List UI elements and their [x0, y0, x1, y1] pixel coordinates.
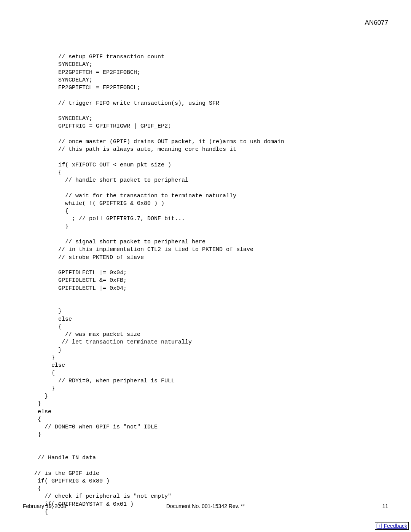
document-footer: February 19, 2008 Document No. 001-15342… [23, 503, 388, 509]
document-header: AN6077 [23, 19, 388, 27]
page-container: AN6077 // setup GPIF transaction count S… [0, 0, 411, 532]
feedback-link[interactable]: [+] Feedback [375, 522, 409, 530]
doc-id: AN6077 [365, 19, 388, 26]
footer-doc-number: Document No. 001-15342 Rev. ** [23, 503, 388, 509]
code-listing: // setup GPIF transaction count SYNCDELA… [34, 53, 388, 516]
